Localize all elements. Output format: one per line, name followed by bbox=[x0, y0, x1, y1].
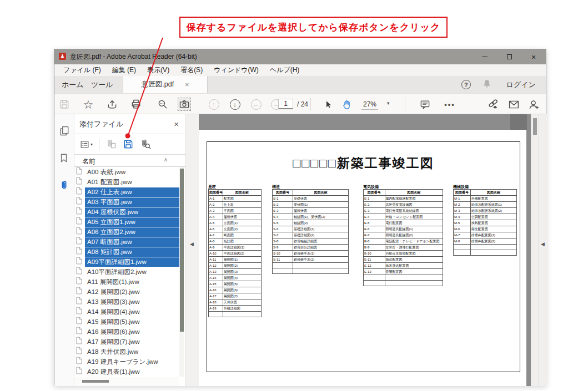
panel-hscrollbar-thumb[interactable] bbox=[82, 380, 109, 383]
zoom-level-value[interactable]: 27% bbox=[361, 100, 378, 110]
attachment-list-item[interactable]: A04 屋根伏図.jww bbox=[74, 207, 179, 217]
attachment-file-name: A03 平面図.jww bbox=[85, 197, 179, 207]
attachment-list-item[interactable]: A08 矩計図.jww bbox=[74, 247, 179, 257]
attachment-list-item[interactable]: A00 表紙.jww bbox=[74, 167, 179, 177]
drawing-table-cell: A-7 bbox=[209, 232, 223, 238]
annotation-callout-text: 保存するファイルを選択してから保存ボタンをクリック bbox=[187, 21, 441, 34]
close-button[interactable]: × bbox=[521, 49, 546, 64]
drawing-table-cell: 展開図(6) bbox=[223, 287, 261, 293]
tab-home[interactable]: ホーム bbox=[58, 76, 87, 93]
search-attachments-button[interactable] bbox=[140, 139, 151, 150]
page-thumbnails-icon[interactable] bbox=[59, 125, 70, 136]
page-up-button[interactable]: ↑ bbox=[207, 98, 220, 111]
attachment-list-item[interactable]: A16 展開図(6).jww bbox=[74, 327, 179, 337]
acrobat-window: 意匠図.pdf - Adobe Acrobat Reader (64-bit) … bbox=[54, 49, 546, 385]
menu-item[interactable]: ヘルプ(H) bbox=[264, 65, 305, 75]
drawing-table-cell: 屋根伏図 bbox=[293, 208, 348, 214]
expand-tools-pane-icon[interactable]: ◀ bbox=[541, 241, 545, 247]
more-tools-button[interactable]: ••• bbox=[443, 98, 456, 111]
tab-document[interactable]: 意匠図.pdf × bbox=[123, 76, 208, 93]
panel-close-icon[interactable]: × bbox=[174, 119, 185, 129]
drawing-table-cell: 給排水配管系統図(1) bbox=[470, 202, 516, 208]
attachment-list-item[interactable]: A06 立面図2.jww bbox=[74, 227, 179, 237]
drawing-table-cell: E-1 bbox=[364, 196, 385, 202]
login-button[interactable]: ログイン bbox=[503, 80, 539, 90]
attachment-list-item[interactable]: A15 展開図(5).jww bbox=[74, 317, 179, 327]
panel-horizontal-scrollbar[interactable] bbox=[74, 377, 179, 386]
drawing-table-cell: M-4 bbox=[454, 214, 471, 220]
drawing-table-cell: A-2 bbox=[209, 202, 223, 208]
attachment-list-item[interactable]: A09平面詳細図1.jww bbox=[74, 257, 179, 267]
panel-vertical-scrollbar[interactable] bbox=[179, 167, 184, 377]
attachment-file-name: A11 展開図(1).jww bbox=[85, 277, 179, 287]
attachment-list-item[interactable]: A12 展開図(2).jww bbox=[74, 287, 179, 297]
document-scrollbar-thumb[interactable] bbox=[533, 118, 537, 135]
arrow-down-icon: ↓ bbox=[230, 99, 240, 110]
page-down-button[interactable]: ↓ bbox=[228, 98, 242, 111]
attachment-list-item[interactable]: A07 断面図.jww bbox=[74, 237, 179, 247]
attachment-list-item[interactable]: A10平面詳細図2.jww bbox=[74, 267, 179, 277]
attachments-icon[interactable] bbox=[59, 180, 70, 191]
attachment-list-item[interactable]: A01 配置図.jww bbox=[74, 177, 179, 187]
pointer-tool-button[interactable] bbox=[321, 98, 335, 111]
drawing-table-structure: 構造図面番号図面名称S-1基礎伏図S-2梁伏図(1)S-3屋根伏図S-4軸組図(… bbox=[272, 189, 349, 274]
hand-tool-button[interactable] bbox=[340, 98, 353, 111]
attachment-list-item[interactable]: A11 展開図(1).jww bbox=[74, 277, 179, 287]
menu-item[interactable]: 表示(V) bbox=[142, 65, 175, 75]
drawing-table-cell: 軸組図(1)、梁伏図(2) bbox=[293, 214, 348, 220]
main-toolbar: ☆ ↑ ↓ ← → / 24 27% ▾ ••• bbox=[54, 93, 546, 114]
drawing-table-cell bbox=[293, 268, 348, 274]
maximize-button[interactable] bbox=[497, 49, 521, 64]
drawing-table-cell: S-7 bbox=[273, 232, 293, 238]
menu-item[interactable]: ファイル (F) bbox=[58, 65, 107, 75]
attachment-list-item[interactable]: A20 建具表(1).jww bbox=[74, 367, 179, 377]
star-icon: ☆ bbox=[83, 99, 94, 110]
tab-close-icon[interactable]: × bbox=[185, 81, 189, 89]
attachment-file-name: A20 建具表(1).jww bbox=[85, 367, 179, 377]
history-back-button[interactable]: ← bbox=[249, 98, 263, 111]
attachment-list-item[interactable]: A03 平面図.jww bbox=[74, 197, 179, 207]
star-favorites-button[interactable]: ☆ bbox=[82, 98, 95, 111]
snapshot-camera-button[interactable] bbox=[178, 98, 191, 111]
name-column-header[interactable]: 名前 bbox=[82, 157, 96, 166]
print-button[interactable] bbox=[129, 98, 143, 111]
attachment-list-item[interactable]: A18 天井伏図.jww bbox=[74, 347, 179, 357]
minimize-button[interactable] bbox=[473, 49, 497, 64]
attachment-list-item[interactable]: A17 展開図(7).jww bbox=[74, 337, 179, 347]
sort-ascending-icon[interactable]: ∧ bbox=[164, 156, 168, 163]
search-button[interactable] bbox=[156, 98, 169, 111]
document-view-area[interactable]: □□□□□新築工事竣工図 意匠図面番号図面名称A-1配置図A-2仕上表A-3平面… bbox=[199, 114, 531, 386]
save-attachment-button[interactable] bbox=[123, 139, 134, 150]
page-number-input[interactable] bbox=[278, 99, 293, 109]
drawing-table-cell: E-2 bbox=[364, 202, 385, 208]
add-account-button[interactable] bbox=[527, 98, 540, 111]
attachment-list-item[interactable]: A13 展開図(3).jww bbox=[74, 297, 179, 307]
menu-item[interactable]: 編集 (E) bbox=[107, 65, 142, 75]
panel-scrollbar-thumb[interactable] bbox=[180, 169, 184, 332]
comment-button[interactable] bbox=[418, 98, 431, 111]
view-options-button[interactable]: ▾ bbox=[80, 140, 93, 149]
menu-item[interactable]: ウィンドウ(W) bbox=[208, 65, 264, 75]
help-icon[interactable]: ? bbox=[461, 80, 471, 89]
bookmarks-icon[interactable] bbox=[59, 153, 70, 164]
panel-collapse-strip[interactable]: ◀ bbox=[185, 114, 199, 386]
attachment-list-item[interactable]: A14 展開図(4).jww bbox=[74, 307, 179, 317]
document-vertical-scrollbar[interactable] bbox=[531, 114, 538, 386]
collapse-panel-icon[interactable]: ◀ bbox=[190, 241, 194, 247]
save-button[interactable] bbox=[58, 98, 71, 111]
notifications-bell-icon[interactable] bbox=[482, 79, 492, 91]
attachments-list-header[interactable]: 名前 ∧ bbox=[74, 155, 185, 167]
menu-item[interactable]: 署名(S) bbox=[175, 65, 208, 75]
attachment-list-item[interactable]: A05 立面図1.jww bbox=[74, 217, 179, 227]
close-icon: × bbox=[531, 53, 536, 61]
attachment-list-item[interactable]: A19 建具キープラン.jww bbox=[74, 357, 179, 367]
share-upload-button[interactable] bbox=[105, 98, 119, 111]
tab-tools[interactable]: ツール bbox=[88, 76, 117, 93]
share-link-button[interactable] bbox=[486, 98, 500, 111]
zoom-dropdown-caret-icon[interactable]: ▾ bbox=[387, 100, 390, 106]
drawing-table-cell: 排煙弁配置図(2) bbox=[470, 238, 516, 245]
email-button[interactable] bbox=[507, 98, 520, 111]
open-attachment-button[interactable] bbox=[105, 139, 117, 150]
right-pane-collapse-strip[interactable]: ◀ bbox=[538, 114, 547, 386]
attachment-list-item[interactable]: A02 仕上表.jww bbox=[74, 187, 179, 197]
